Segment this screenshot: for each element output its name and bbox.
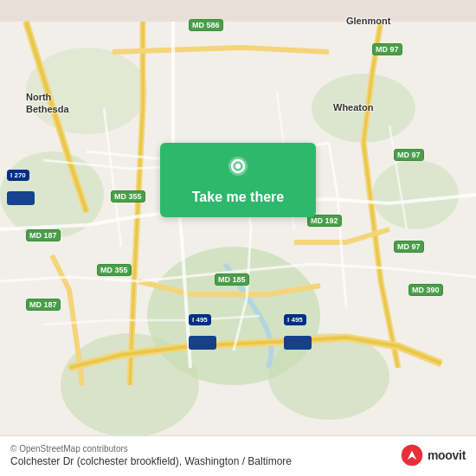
svg-point-4 [372, 160, 459, 229]
take-me-there-button[interactable]: Take me there [160, 143, 316, 217]
svg-point-13 [235, 164, 241, 169]
bottom-bar: © OpenStreetMap contributors Colchester … [0, 435, 476, 476]
map-container: Glenmont NorthBethesda Wheaton MD 586 MD… [0, 0, 476, 476]
bottom-info: © OpenStreetMap contributors Colchester … [10, 444, 292, 467]
address-text: Colchester Dr (colchester brookfield), W… [10, 455, 292, 467]
road-badge-md-586: MD 586 [189, 19, 223, 31]
location-pin-icon [224, 155, 252, 183]
map-svg [0, 0, 476, 476]
moovit-icon [400, 443, 424, 467]
moovit-logo: moovit [400, 443, 466, 467]
road-badge-i-270: I 270 [7, 170, 29, 181]
road-badge-md-390: MD 390 [408, 284, 443, 296]
place-label-wheaton: Wheaton [333, 102, 373, 113]
svg-rect-8 [7, 191, 35, 205]
road-badge-md-355-2: MD 355 [97, 264, 132, 276]
copyright-text: © OpenStreetMap contributors [10, 444, 292, 453]
road-badge-i-495-2: I 495 [284, 314, 306, 325]
road-badge-md-97-2: MD 97 [394, 149, 424, 161]
road-badge-md-185: MD 185 [215, 273, 249, 286]
road-badge-md-355-1: MD 355 [111, 190, 145, 203]
road-badge-md-97-1: MD 97 [372, 43, 402, 55]
road-badge-i-495-1: I 495 [189, 314, 211, 325]
svg-rect-10 [284, 336, 312, 350]
place-label-north-bethesda: NorthBethesda [26, 91, 69, 116]
road-badge-md-187-1: MD 187 [26, 229, 61, 241]
moovit-text: moovit [428, 448, 466, 462]
road-badge-md-97-3: MD 97 [394, 241, 424, 253]
place-label-glenmont: Glenmont [346, 16, 390, 26]
svg-rect-9 [189, 336, 216, 350]
take-me-there-label: Take me there [192, 190, 284, 205]
road-badge-md-187-2: MD 187 [26, 299, 61, 311]
